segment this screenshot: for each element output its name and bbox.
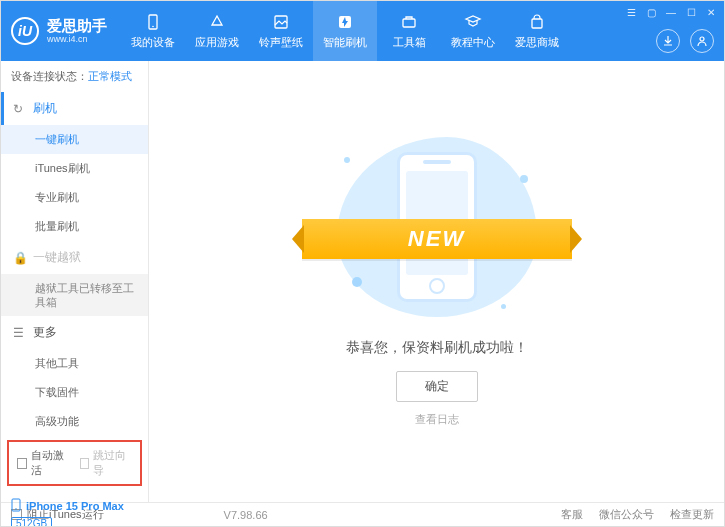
sidebar-item-other-tools[interactable]: 其他工具 xyxy=(1,349,148,378)
nav-label: 智能刷机 xyxy=(323,35,367,50)
group-more[interactable]: ☰ 更多 xyxy=(1,316,148,349)
confirm-button[interactable]: 确定 xyxy=(396,371,478,402)
sidebar: 设备连接状态：正常模式 ↻ 刷机 一键刷机 iTunes刷机 专业刷机 批量刷机… xyxy=(1,61,149,502)
group-jailbreak[interactable]: 🔒 一键越狱 xyxy=(1,241,148,274)
nav-apps-games[interactable]: 应用游戏 xyxy=(185,1,249,61)
nav-my-device[interactable]: 我的设备 xyxy=(121,1,185,61)
lock-icon: 🔒 xyxy=(13,251,27,265)
sidebar-item-pro-flash[interactable]: 专业刷机 xyxy=(1,183,148,212)
success-message: 恭喜您，保资料刷机成功啦！ xyxy=(346,339,528,357)
nav-store[interactable]: 爱思商城 xyxy=(505,1,569,61)
svg-rect-5 xyxy=(532,19,542,28)
options-highlight-box: 自动激活 跳过向导 xyxy=(7,440,142,486)
top-nav: 我的设备 应用游戏 铃声壁纸 智能刷机 工具箱 教程中心 爱思商城 xyxy=(121,1,569,61)
checkbox-skip-guide[interactable]: 跳过向导 xyxy=(80,448,133,478)
menu-icon[interactable]: ☰ xyxy=(624,5,638,19)
app-title: 爱思助手 xyxy=(47,18,107,34)
new-ribbon: NEW xyxy=(302,219,572,259)
skin-icon[interactable]: ▢ xyxy=(644,5,658,19)
header-action-circles xyxy=(656,29,714,53)
group-label: 刷机 xyxy=(33,100,57,117)
svg-point-1 xyxy=(152,25,154,27)
nav-toolbox[interactable]: 工具箱 xyxy=(377,1,441,61)
tutorial-icon xyxy=(464,13,482,31)
close-icon[interactable]: ✕ xyxy=(704,5,718,19)
device-info: iPhone 15 Pro Max 512GB iPhone xyxy=(1,492,148,527)
maximize-icon[interactable]: ☐ xyxy=(684,5,698,19)
refresh-icon: ↻ xyxy=(13,102,27,116)
user-button[interactable] xyxy=(690,29,714,53)
nav-ringtone-wallpaper[interactable]: 铃声壁纸 xyxy=(249,1,313,61)
device-status: 设备连接状态：正常模式 xyxy=(1,61,148,92)
view-log-link[interactable]: 查看日志 xyxy=(415,412,459,427)
app-header: iU 爱思助手 www.i4.cn 我的设备 应用游戏 铃声壁纸 智能刷机 工具… xyxy=(1,1,724,61)
svg-rect-4 xyxy=(403,19,415,27)
sidebar-item-onekey-flash[interactable]: 一键刷机 xyxy=(1,125,148,154)
group-label: 一键越狱 xyxy=(33,249,81,266)
more-icon: ☰ xyxy=(13,326,27,340)
group-label: 更多 xyxy=(33,324,57,341)
nav-label: 教程中心 xyxy=(451,35,495,50)
checkbox-icon xyxy=(80,458,90,469)
status-value: 正常模式 xyxy=(88,70,132,82)
checkbox-icon xyxy=(17,458,27,469)
device-icon xyxy=(144,13,162,31)
nav-label: 我的设备 xyxy=(131,35,175,50)
sidebar-item-download-firmware[interactable]: 下载固件 xyxy=(1,378,148,407)
nav-label: 应用游戏 xyxy=(195,35,239,50)
nav-tutorial[interactable]: 教程中心 xyxy=(441,1,505,61)
svg-point-6 xyxy=(700,37,704,41)
main-content: NEW 恭喜您，保资料刷机成功啦！ 确定 查看日志 xyxy=(149,61,724,502)
footer-link-support[interactable]: 客服 xyxy=(561,507,583,522)
device-storage: 512GB xyxy=(11,517,52,527)
nav-label: 工具箱 xyxy=(393,35,426,50)
apps-icon xyxy=(208,13,226,31)
app-subtitle: www.i4.cn xyxy=(47,34,107,44)
sidebar-item-batch-flash[interactable]: 批量刷机 xyxy=(1,212,148,241)
nav-smart-flash[interactable]: 智能刷机 xyxy=(313,1,377,61)
footer-link-update[interactable]: 检查更新 xyxy=(670,507,714,522)
svg-point-8 xyxy=(15,508,17,510)
toolbox-icon xyxy=(400,13,418,31)
version-label: V7.98.66 xyxy=(224,509,268,521)
nav-label: 爱思商城 xyxy=(515,35,559,50)
footer-link-wechat[interactable]: 微信公众号 xyxy=(599,507,654,522)
sidebar-item-advanced[interactable]: 高级功能 xyxy=(1,407,148,436)
store-icon xyxy=(528,13,546,31)
success-illustration: NEW xyxy=(322,127,552,327)
logo-area: iU 爱思助手 www.i4.cn xyxy=(1,17,121,45)
checkbox-label: 跳过向导 xyxy=(93,448,132,478)
group-flash[interactable]: ↻ 刷机 xyxy=(1,92,148,125)
download-button[interactable] xyxy=(656,29,680,53)
checkbox-auto-activate[interactable]: 自动激活 xyxy=(17,448,70,478)
checkbox-label: 自动激活 xyxy=(31,448,70,478)
phone-icon xyxy=(11,498,21,514)
window-controls: ☰ ▢ — ☐ ✕ xyxy=(624,5,718,19)
sidebar-item-jailbreak-moved[interactable]: 越狱工具已转移至工具箱 xyxy=(1,274,148,316)
device-name: iPhone 15 Pro Max xyxy=(26,500,124,512)
sidebar-item-itunes-flash[interactable]: iTunes刷机 xyxy=(1,154,148,183)
nav-label: 铃声壁纸 xyxy=(259,35,303,50)
status-label: 设备连接状态： xyxy=(11,70,88,82)
minimize-icon[interactable]: — xyxy=(664,5,678,19)
wallpaper-icon xyxy=(272,13,290,31)
app-logo-icon: iU xyxy=(11,17,39,45)
flash-icon xyxy=(336,13,354,31)
